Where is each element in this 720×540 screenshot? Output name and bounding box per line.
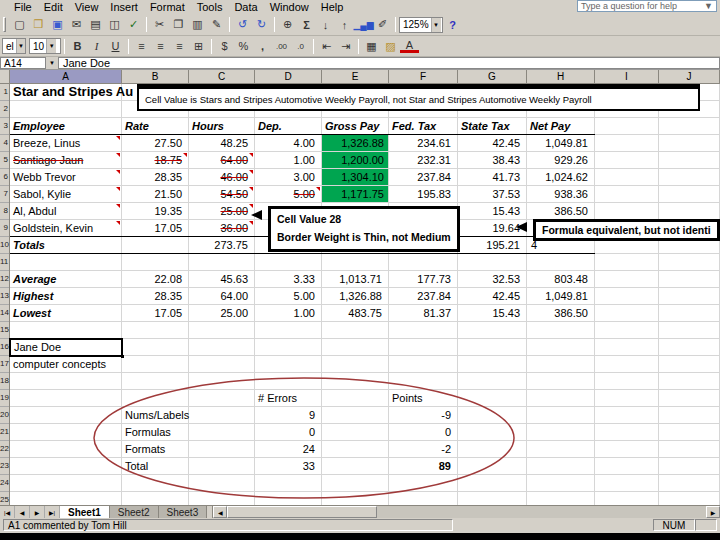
- column-header-G[interactable]: G: [458, 70, 527, 84]
- cell[interactable]: 5.00: [256, 186, 317, 203]
- row-header[interactable]: 18: [0, 373, 9, 390]
- percent-button[interactable]: %: [234, 38, 253, 55]
- font-color-button[interactable]: A: [400, 39, 419, 53]
- email-icon[interactable]: ✉: [67, 16, 86, 33]
- hyperlink-icon[interactable]: ⊕: [278, 16, 297, 33]
- row-header[interactable]: 25: [0, 492, 9, 505]
- cell[interactable]: 41.73: [459, 169, 522, 186]
- cell[interactable]: Average: [11, 271, 117, 288]
- font-name-combo[interactable]: el ▼: [2, 38, 26, 54]
- row-header[interactable]: 8: [0, 203, 9, 220]
- cell[interactable]: 803.48: [528, 271, 590, 288]
- cell[interactable]: 54.50: [190, 186, 250, 203]
- menu-data[interactable]: Data: [228, 1, 263, 13]
- spelling-icon[interactable]: ✓: [124, 16, 143, 33]
- paste-icon[interactable]: ▥: [188, 16, 207, 33]
- active-cell-student-name[interactable]: Jane Doe: [10, 339, 122, 356]
- cell[interactable]: 3.33: [256, 271, 317, 288]
- fill-color-button[interactable]: ▨: [381, 38, 400, 55]
- cell[interactable]: 27.50: [123, 135, 184, 152]
- last-sheet-icon[interactable]: ▶|: [45, 506, 60, 518]
- borders-button[interactable]: ▦: [362, 38, 381, 55]
- scroll-left-icon[interactable]: ◀: [213, 506, 227, 518]
- row-header[interactable]: 17: [0, 356, 9, 373]
- cell[interactable]: Nums/Labels: [123, 407, 253, 424]
- cell[interactable]: 17.05: [123, 305, 184, 322]
- menu-help[interactable]: Help: [315, 1, 350, 13]
- cell[interactable]: # Errors: [256, 390, 336, 407]
- tab-sheet2[interactable]: Sheet2: [110, 506, 159, 518]
- scrollbar-track[interactable]: [377, 506, 706, 518]
- decrease-indent-button[interactable]: ⇤: [317, 38, 336, 55]
- cell[interactable]: 17.05: [123, 220, 184, 237]
- chevron-down-icon[interactable]: ▼: [16, 39, 25, 53]
- horizontal-scrollbar[interactable]: ◀ ▶: [212, 506, 720, 518]
- formula-bar[interactable]: Jane Doe: [58, 57, 720, 69]
- cell[interactable]: 37.53: [459, 186, 522, 203]
- cell[interactable]: 1,024.62: [528, 169, 590, 186]
- cell[interactable]: Fed. Tax: [390, 118, 453, 135]
- cell[interactable]: Breeze, Linus: [11, 135, 117, 152]
- print-icon[interactable]: ▤: [86, 16, 105, 33]
- font-size-combo[interactable]: 10 ▼: [29, 38, 61, 54]
- align-center-button[interactable]: ≡: [151, 38, 170, 55]
- cell[interactable]: 38.43: [459, 152, 522, 169]
- cell[interactable]: 273.75: [190, 237, 250, 254]
- toolbar-handle[interactable]: [3, 17, 6, 32]
- open-icon[interactable]: ❒: [29, 16, 48, 33]
- help-icon[interactable]: ?: [443, 16, 462, 33]
- zoom-combo[interactable]: 125% ▼: [399, 17, 443, 33]
- align-right-button[interactable]: ≡: [170, 38, 189, 55]
- cell[interactable]: 42.45: [459, 288, 522, 305]
- cell[interactable]: 18.75: [123, 152, 184, 169]
- column-header-C[interactable]: C: [189, 70, 255, 84]
- cell[interactable]: Formats: [123, 441, 253, 458]
- column-header-A[interactable]: A: [10, 70, 122, 84]
- cell[interactable]: Employee: [11, 118, 117, 135]
- question-box[interactable]: Type a question for help ▼: [577, 0, 717, 12]
- tab-sheet3[interactable]: Sheet3: [159, 506, 208, 518]
- cell[interactable]: Points: [390, 390, 453, 407]
- save-icon[interactable]: ▣: [48, 16, 67, 33]
- cell[interactable]: 483.75: [323, 305, 384, 322]
- cell[interactable]: 938.36: [528, 186, 590, 203]
- increase-decimal-button[interactable]: .00: [272, 38, 291, 55]
- print-preview-icon[interactable]: ◫: [105, 16, 124, 33]
- row-header[interactable]: 3: [0, 118, 9, 135]
- cell[interactable]: 19.35: [123, 203, 184, 220]
- copy-icon[interactable]: ❐: [169, 16, 188, 33]
- cell[interactable]: 234.61: [390, 135, 453, 152]
- cell[interactable]: 64.00: [190, 152, 250, 169]
- cell[interactable]: 386.50: [528, 203, 590, 220]
- menu-tools[interactable]: Tools: [191, 1, 229, 13]
- cell[interactable]: Gross Pay: [323, 118, 387, 135]
- cell[interactable]: 1,326.88: [323, 288, 384, 305]
- row-header[interactable]: 10: [0, 237, 9, 254]
- underline-button[interactable]: U: [106, 38, 125, 55]
- cell[interactable]: 386.50: [528, 305, 590, 322]
- cell[interactable]: Net Pay: [528, 118, 590, 135]
- row-header[interactable]: 16: [0, 339, 9, 356]
- cell[interactable]: 24: [256, 441, 317, 458]
- cell[interactable]: Al, Abdul: [11, 203, 117, 220]
- cell[interactable]: Hours: [190, 118, 250, 135]
- row-header[interactable]: 24: [0, 475, 9, 492]
- cell[interactable]: 1,013.71: [323, 271, 384, 288]
- cell[interactable]: 9: [256, 407, 317, 424]
- cell[interactable]: -2: [390, 441, 453, 458]
- chevron-down-icon[interactable]: ▼: [46, 57, 58, 69]
- column-header-F[interactable]: F: [389, 70, 458, 84]
- cell[interactable]: 21.50: [123, 186, 184, 203]
- cell[interactable]: 1,171.75: [322, 186, 388, 202]
- chevron-down-icon[interactable]: ▼: [46, 39, 56, 53]
- cell[interactable]: 5.00: [256, 288, 317, 305]
- cell[interactable]: Sabol, Kylie: [11, 186, 117, 203]
- cell[interactable]: 1.00: [256, 152, 317, 169]
- row-header[interactable]: 1: [0, 84, 9, 101]
- menu-insert[interactable]: Insert: [104, 1, 144, 13]
- row-header[interactable]: 12: [0, 271, 9, 288]
- cell[interactable]: 25.00: [190, 305, 250, 322]
- menu-view[interactable]: View: [69, 1, 105, 13]
- cell[interactable]: 22.08: [123, 271, 184, 288]
- row-header[interactable]: 5: [0, 152, 9, 169]
